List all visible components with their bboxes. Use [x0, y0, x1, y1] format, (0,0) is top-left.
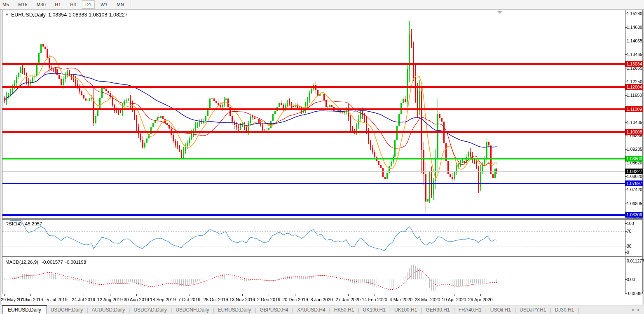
price-line-badge: 1.12004 [625, 84, 643, 90]
price-line-badge: 1.06306 [625, 212, 643, 218]
price-axis-label: 1.12250 [627, 79, 643, 84]
chart-symbol-label: EURUSD,Daily [11, 12, 46, 18]
date-axis-label: 20 Dec 2019 [282, 297, 308, 302]
rsi-pane-label: RSI(14) 45.2957 [5, 221, 42, 226]
tab-xauusd-h4[interactable]: XAUUSD,H4 [293, 305, 329, 314]
timeframe-button-w1[interactable]: W1 [97, 0, 111, 9]
timeframe-button-m5[interactable]: M5 [0, 0, 12, 9]
price-axis-label: 1.06805 [627, 201, 643, 206]
date-axis-label: 17 Jun 2019 [18, 297, 43, 302]
rsi-axis-label: 30 [627, 243, 643, 249]
date-axis-label: 29 Apr 2020 [468, 297, 492, 302]
macd-axis-label: 0.00 [627, 277, 643, 282]
date-axis-label: 8 Jan 2020 [310, 297, 333, 302]
tab-gbpusd-h4[interactable]: GBPUSD,H4 [256, 305, 292, 314]
rsi-axis-label: 100 [627, 220, 643, 226]
price-axis-label: 1.11650 [627, 92, 643, 98]
rsi-axis-label: 70 [627, 228, 643, 234]
ohlc-high: 1.08383 [68, 12, 87, 18]
date-axis-label: 27 Jan 2020 [336, 297, 361, 302]
macd-value-signal: -0.001198 [65, 260, 86, 265]
date-axis-label: 5 Jul 2019 [47, 297, 68, 302]
timeframe-button-h4[interactable]: H4 [67, 0, 80, 9]
tab-fra40-h1[interactable]: FRA40,H1 [455, 305, 485, 314]
date-axis-label: 4 Mar 2020 [389, 297, 412, 302]
timeframe-button-mn[interactable]: MN [113, 0, 127, 9]
rsi-value: 45.2957 [25, 221, 42, 226]
rsi-panel [2, 219, 643, 256]
macd-value-main: -0.001577 [42, 260, 63, 265]
tab-usdcad-daily[interactable]: USDCAD,Daily [130, 305, 171, 314]
date-axis-label: 10 Apr 2020 [442, 297, 466, 302]
price-axis-label: 1.14065 [627, 38, 643, 44]
date-axis-label: 7 Oct 2019 [178, 297, 201, 302]
tab-uk100-h1[interactable]: UK100,H1 [359, 305, 389, 314]
date-axis-label: 13 Nov 2019 [229, 297, 255, 302]
tab-dj30-h1[interactable]: DJ30,H1 [551, 305, 578, 314]
chart-tab-bar: EURUSD,DailyUSDCHF,Daily|AUDUSD,Daily|US… [0, 305, 644, 314]
date-axis-label: 14 Feb 2020 [362, 297, 387, 302]
price-line-badge: 1.08227 [625, 169, 643, 174]
timeframe-toolbar: M5M15M30H1H4D1W1MN [0, 0, 644, 9]
tab-usoil-h1[interactable]: USOil,H1 [487, 305, 515, 314]
rsi-label: RSI(14) [5, 221, 22, 226]
price-chart-panel [2, 10, 643, 219]
ohlc-open: 1.08354 [48, 12, 67, 18]
tab-scroll-left-icon[interactable]: ◂ [631, 307, 634, 312]
date-axis-label: 25 Oct 2019 [204, 297, 228, 302]
macd-label: MACD(12,26,9) [5, 260, 38, 265]
terminal-screen: M5M15M30H1H4D1W1MN ▼ EURUSD,Daily 1.0835… [0, 0, 644, 314]
tab-eurusd-daily[interactable]: EURUSD,Daily [2, 305, 47, 314]
tab-audusd-daily[interactable]: AUDUSD,Daily [88, 305, 129, 314]
price-axis-label: 1.10435 [627, 120, 643, 125]
tab-scroll-arrows: ◂ ▸ [631, 307, 640, 312]
symbol-dropdown-icon[interactable]: ▼ [5, 13, 9, 16]
chart-title: ▼ EURUSD,Daily 1.08354 1.08383 1.08108 1… [5, 12, 128, 18]
price-axis-label: 1.07420 [627, 187, 643, 192]
price-line-badge: 1.13034 [625, 61, 643, 67]
macd-pane-label: MACD(12,26,9) -0.001577 -0.001198 [5, 260, 86, 265]
date-axis-label: 30 Aug 2019 [124, 297, 149, 302]
tab-hk50-h1[interactable]: HK50,H1 [330, 305, 358, 314]
tab-eurusd-daily[interactable]: EURUSD,Daily [214, 305, 255, 314]
timeframe-buttons-row: M5M15M30H1H4D1W1MN [0, 0, 133, 9]
ohlc-low: 1.08108 [89, 12, 107, 18]
price-line-badge: 1.07697 [625, 180, 643, 186]
tab-usdchf-daily[interactable]: USDCHF,Daily [47, 305, 87, 314]
price-line-badge: 1.11009 [625, 106, 643, 112]
date-axis-label: 12 Aug 2019 [97, 297, 123, 302]
rsi-axis-label: 0 [627, 249, 643, 255]
timeframe-button-d1[interactable]: D1 [82, 0, 95, 9]
tab-ger30-h1[interactable]: GER30,H1 [422, 305, 454, 314]
ohlc-close: 1.08227 [109, 12, 128, 18]
tab-separator: | [578, 305, 579, 314]
price-axis-label: 1.14680 [627, 24, 643, 30]
timeframe-button-m15[interactable]: M15 [15, 0, 31, 9]
date-axis-label: 24 Jul 2019 [72, 297, 95, 302]
date-axis-label: 2 Dec 2019 [257, 297, 280, 302]
chart-shift-marker-icon[interactable] [497, 11, 502, 14]
price-line-badge: 1.08800 [625, 156, 643, 162]
macd-axis-label: 0.011277 [627, 258, 643, 264]
price-axis-label: 1.15280 [627, 11, 643, 16]
tab-usdcnh-daily[interactable]: USDCNH,Daily [172, 305, 213, 314]
timeframe-button-m30[interactable]: M30 [33, 0, 49, 9]
price-axis-label: 1.13465 [627, 52, 643, 57]
chart-tabs-row: EURUSD,DailyUSDCHF,Daily|AUDUSD,Daily|US… [0, 305, 579, 314]
toolbar-separator [131, 1, 131, 8]
price-line-badge: 1.10008 [625, 129, 643, 135]
macd-panel [2, 256, 643, 294]
tab-uk100-h1[interactable]: UK100,H1 [391, 305, 421, 314]
timeframe-button-h1[interactable]: H1 [52, 0, 64, 9]
tab-usdjpy-h1[interactable]: USDJPY,H1 [516, 305, 550, 314]
tab-scroll-right-icon[interactable]: ▸ [637, 307, 640, 312]
price-axis-label: 1.09235 [627, 146, 643, 152]
date-axis-label: 23 Mar 2020 [415, 297, 440, 302]
date-axis-label: 18 Sep 2019 [150, 297, 176, 302]
macd-axis-label: -0.008845 [627, 291, 643, 296]
